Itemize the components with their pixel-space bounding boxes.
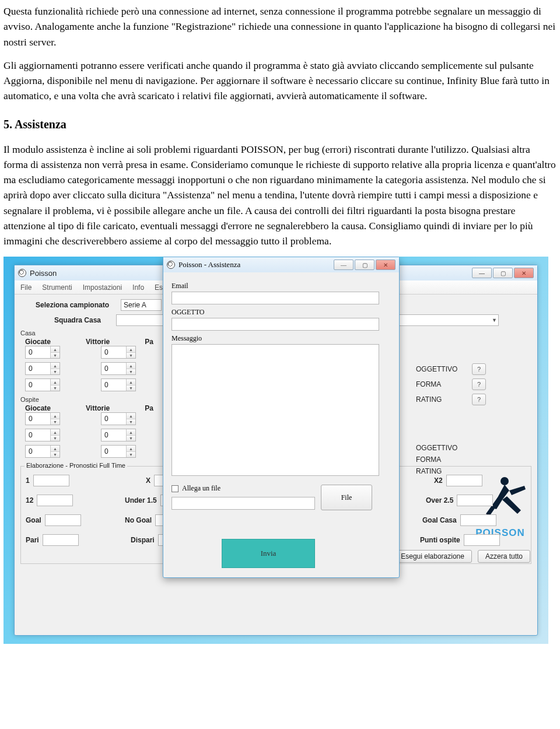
spinner-down-icon[interactable]: ▼: [51, 452, 60, 458]
invia-button[interactable]: Invia: [222, 539, 315, 568]
spinner-value: 0: [26, 346, 50, 358]
spinner-value: 0: [26, 379, 50, 391]
input-email[interactable]: [172, 292, 379, 304]
help-forma-casa[interactable]: ?: [472, 378, 486, 390]
spinner-up-icon[interactable]: ▲: [51, 379, 60, 385]
spinner-down-icon[interactable]: ▼: [51, 385, 60, 391]
section-heading-5: 5. Assistenza: [4, 118, 556, 131]
pro-x2-val[interactable]: [446, 475, 482, 486]
spinner-down-icon[interactable]: ▼: [127, 369, 135, 375]
main-window-title: Poisson: [30, 269, 57, 278]
spinner[interactable]: 0▲▼: [101, 429, 136, 441]
checkbox-allega[interactable]: [172, 485, 178, 492]
spinner-up-icon[interactable]: ▲: [51, 346, 60, 353]
spinner-up-icon[interactable]: ▲: [127, 379, 135, 385]
spinner-value: 0: [26, 413, 50, 425]
spinner[interactable]: 0▲▼: [25, 378, 60, 391]
spinner-down-icon[interactable]: ▼: [127, 385, 135, 391]
spinner[interactable]: 0▲▼: [101, 362, 136, 375]
doc-paragraph-3: Il modulo assistenza è incline ai soli p…: [4, 142, 556, 249]
pro-goalcasa-val[interactable]: [460, 514, 496, 526]
help-rating-casa[interactable]: ?: [472, 394, 486, 405]
help-oggettivo-casa[interactable]: ?: [472, 363, 486, 375]
spinner-up-icon[interactable]: ▲: [127, 363, 135, 369]
pro-over25: Over 2.5: [426, 496, 453, 504]
app-icon: [18, 269, 26, 277]
pro-over25-val[interactable]: [457, 495, 493, 506]
spinner[interactable]: 0▲▼: [101, 445, 136, 458]
spinner-up-icon[interactable]: ▲: [51, 363, 60, 369]
menu-strumenti[interactable]: Strumenti: [42, 283, 72, 292]
dialog-titlebar: Poisson - Assistenza — ▢ ✕: [163, 257, 399, 272]
menu-info[interactable]: Info: [132, 283, 144, 292]
spinner-value: 0: [102, 379, 126, 391]
pro-12-val[interactable]: [37, 495, 73, 506]
spinner-down-icon[interactable]: ▼: [51, 369, 60, 375]
spinner-up-icon[interactable]: ▲: [51, 446, 60, 452]
spinner-up-icon[interactable]: ▲: [127, 446, 135, 452]
pro-puntiospite: Punti ospite: [420, 536, 460, 544]
close-button[interactable]: ✕: [514, 268, 534, 278]
menu-file[interactable]: File: [20, 283, 32, 292]
azzera-tutto-button[interactable]: Azzera tutto: [478, 550, 530, 563]
spinner[interactable]: 0▲▼: [101, 412, 136, 425]
select-campionato[interactable]: Serie A: [121, 299, 162, 311]
spinner-down-icon[interactable]: ▼: [127, 452, 135, 458]
spinner[interactable]: 0▲▼: [101, 346, 136, 359]
doc-paragraph-1: Questa funzionalità richiede però una co…: [4, 3, 556, 50]
dialog-minimize-button[interactable]: —: [334, 260, 354, 270]
input-allega-path[interactable]: [172, 497, 315, 510]
spinner-up-icon[interactable]: ▲: [127, 346, 135, 353]
spinner-value: 0: [102, 363, 126, 374]
file-button[interactable]: File: [321, 485, 372, 510]
label-squadra-casa: Squadra Casa: [54, 316, 113, 324]
spinner[interactable]: 0▲▼: [25, 362, 60, 375]
spinner-up-icon[interactable]: ▲: [51, 413, 60, 419]
pro-1: 1: [26, 476, 30, 485]
spinner-down-icon[interactable]: ▼: [51, 436, 60, 441]
elaborazione-legend: Elaborazione - Pronostici Full Time: [24, 462, 127, 469]
hdr-giocate-ospite: Giocate: [25, 404, 51, 412]
spinner-down-icon[interactable]: ▼: [127, 419, 135, 425]
spinner-down-icon[interactable]: ▼: [127, 353, 135, 359]
pro-12: 12: [26, 496, 33, 504]
label-forma-ospite: FORMA: [416, 455, 468, 464]
spinner-value: 0: [26, 363, 50, 374]
spinner-value: 0: [26, 446, 50, 457]
pro-nogoal: No Goal: [125, 516, 152, 524]
textarea-messaggio[interactable]: [172, 344, 379, 476]
hdr-vittorie-ospite: Vittorie: [86, 404, 110, 412]
spinner-up-icon[interactable]: ▲: [127, 429, 135, 436]
minimize-button[interactable]: —: [472, 268, 492, 278]
spinner[interactable]: 0▲▼: [25, 429, 60, 441]
spinner[interactable]: 0▲▼: [101, 378, 136, 391]
dialog-title: Poisson - Assistenza: [178, 260, 240, 269]
label-email: Email: [172, 282, 391, 290]
pro-1-val[interactable]: [33, 475, 69, 486]
pro-goalcasa: Goal Casa: [422, 516, 457, 524]
dialog-close-button[interactable]: ✕: [376, 260, 396, 270]
spinner-up-icon[interactable]: ▲: [51, 429, 60, 436]
pro-puntiospite-val[interactable]: [464, 534, 500, 546]
spinner-value: 0: [102, 413, 126, 425]
spinner-down-icon[interactable]: ▼: [51, 353, 60, 359]
input-oggetto[interactable]: [172, 318, 379, 331]
label-oggettivo-ospite: OGGETTIVO: [416, 444, 468, 452]
spinner[interactable]: 0▲▼: [25, 412, 60, 425]
esegui-elaborazione-button[interactable]: Esegui elaborazione: [393, 550, 472, 563]
hdr-giocate-casa: Giocate: [25, 338, 51, 346]
spinner-down-icon[interactable]: ▼: [127, 436, 135, 441]
maximize-button[interactable]: ▢: [493, 268, 513, 278]
spinner[interactable]: 0▲▼: [25, 346, 60, 359]
menu-impostazioni[interactable]: Impostazioni: [83, 283, 122, 292]
dialog-maximize-button[interactable]: ▢: [355, 260, 374, 270]
pro-pari: Pari: [26, 536, 39, 544]
spinner-down-icon[interactable]: ▼: [51, 419, 60, 425]
spinner-up-icon[interactable]: ▲: [127, 413, 135, 419]
hdr-vittorie-casa: Vittorie: [86, 338, 110, 346]
spinner[interactable]: 0▲▼: [25, 445, 60, 458]
pro-goal-val[interactable]: [45, 514, 81, 526]
label-seleziona-campionato: Seleziona campionato: [36, 301, 117, 309]
pro-pari-val[interactable]: [43, 534, 79, 546]
label-forma-casa: FORMA: [416, 380, 468, 388]
